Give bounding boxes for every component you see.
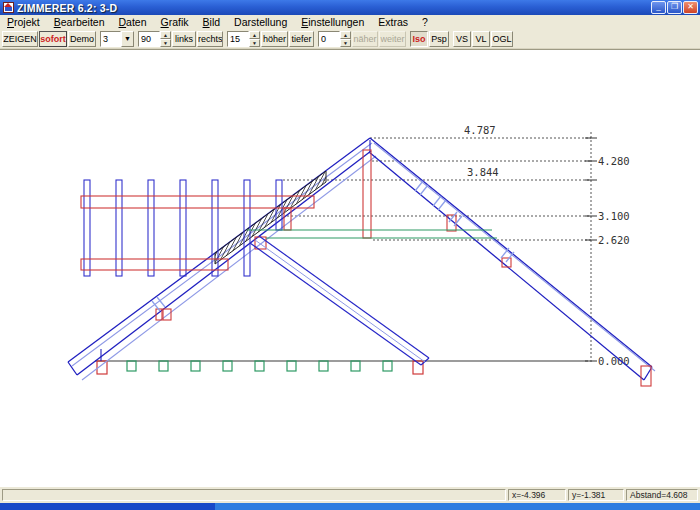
spin-up-icon[interactable]: ▲: [249, 31, 260, 39]
sofort-button[interactable]: sofort: [39, 31, 67, 47]
restore-button[interactable]: ❐: [667, 1, 682, 14]
naeher-button[interactable]: näher: [352, 31, 378, 47]
menu-help[interactable]: ?: [415, 16, 435, 28]
collar-beam: [247, 230, 497, 238]
joist-heads-green: [127, 361, 392, 371]
dimension-lines: [283, 132, 591, 362]
drawing-canvas[interactable]: 4.787 3.844 4.280 3.100 2.620 0.000: [0, 49, 700, 487]
rotate-stepper[interactable]: 90 ▲▼: [138, 31, 171, 47]
psp-button[interactable]: Psp: [429, 31, 449, 47]
spin-down-icon[interactable]: ▼: [340, 39, 351, 47]
dim-3844: 3.844: [467, 166, 499, 178]
zoom-stepper[interactable]: 0 ▲▼: [318, 31, 351, 47]
joist-heads-red: [97, 361, 423, 374]
zeigen-button[interactable]: ZEIGEN: [2, 31, 38, 47]
rechts-button[interactable]: rechts: [197, 31, 223, 47]
vl-button[interactable]: VL: [472, 31, 490, 47]
dim-0000: 0.000: [598, 355, 630, 367]
view-count-select[interactable]: 3 ▼: [100, 31, 134, 47]
left-rafter-block-b: [163, 309, 171, 320]
rotate-value: 90: [138, 31, 160, 47]
menu-bar: Projekt Bearbeiten Daten Grafik Bild Dar…: [0, 15, 700, 30]
dim-2620: 2.620: [598, 234, 630, 246]
status-y-coord: y=-1.381: [568, 489, 624, 501]
roof-drawing: 4.787 3.844 4.280 3.100 2.620 0.000: [0, 50, 700, 487]
purlins-red: [81, 150, 651, 386]
minimize-button[interactable]: _: [651, 1, 666, 14]
zoom-value: 0: [318, 31, 340, 47]
chevron-down-icon[interactable]: ▼: [121, 31, 134, 47]
close-button[interactable]: ✕: [683, 1, 698, 14]
ogl-button[interactable]: OGL: [491, 31, 513, 47]
hatched-rafter-segment: [215, 171, 326, 264]
title-bar: ZIMMERER 6.2: 3-D _ ❐ ✕: [0, 0, 700, 15]
spin-down-icon[interactable]: ▼: [160, 39, 171, 47]
diagonal-strut: [250, 236, 429, 365]
right-rafter: [369, 138, 655, 380]
status-bar: x=-4.396 y=-1.381 Abstand=4.608: [0, 487, 700, 503]
view-count-value: 3: [100, 31, 121, 47]
app-window: ZIMMERER 6.2: 3-D _ ❐ ✕ Projekt Bearbeit…: [0, 0, 700, 510]
iso-button[interactable]: Iso: [410, 31, 428, 47]
toolbar: ZEIGEN sofort Demo 3 ▼ 90 ▲▼ links recht…: [0, 29, 700, 49]
tilt-stepper[interactable]: 15 ▲▼: [227, 31, 260, 47]
menu-einstellungen[interactable]: Einstellungen: [294, 16, 371, 28]
app-icon: [3, 2, 14, 13]
status-message-panel: [2, 489, 506, 501]
weiter-button[interactable]: weiter: [379, 31, 406, 47]
demo-button[interactable]: Demo: [68, 31, 96, 47]
menu-projekt[interactable]: Projekt: [0, 16, 47, 28]
menu-bearbeiten[interactable]: Bearbeiten: [47, 16, 112, 28]
menu-extras[interactable]: Extras: [371, 16, 415, 28]
joint-ticks: [152, 181, 514, 311]
menu-darstellung[interactable]: Darstellung: [227, 16, 294, 28]
menu-daten[interactable]: Daten: [112, 16, 154, 28]
menu-grafik[interactable]: Grafik: [154, 16, 196, 28]
spin-up-icon[interactable]: ▲: [340, 31, 351, 39]
menu-bild[interactable]: Bild: [196, 16, 228, 28]
status-x-coord: x=-4.396: [508, 489, 566, 501]
vs-button[interactable]: VS: [453, 31, 471, 47]
spin-up-icon[interactable]: ▲: [160, 31, 171, 39]
spin-down-icon[interactable]: ▼: [249, 39, 260, 47]
tilt-value: 15: [227, 31, 249, 47]
dim-3100: 3.100: [598, 210, 630, 222]
tiefer-button[interactable]: tiefer: [289, 31, 314, 47]
status-abstand: Abstand=4.608: [626, 489, 698, 501]
dim-ridge: 4.787: [464, 124, 496, 136]
links-button[interactable]: links: [172, 31, 196, 47]
window-title: ZIMMERER 6.2: 3-D: [17, 2, 651, 14]
hoeher-button[interactable]: höher: [261, 31, 288, 47]
window-bottom-border: [0, 503, 700, 510]
dim-4280: 4.280: [598, 155, 630, 167]
